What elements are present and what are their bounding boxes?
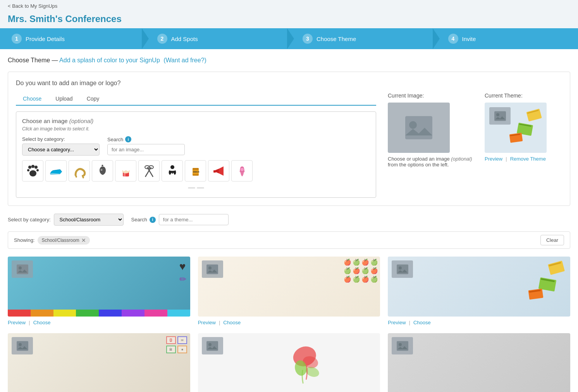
theme-card-2: 🍎 🍏 🍎 🍏 🍏 🍎 🍏 🍎 🍎 🍏 🍎 🍏 [198,257,380,325]
svg-rect-57 [397,341,408,351]
theme-card-3-actions: Preview | Choose [388,320,570,325]
svg-point-1 [31,165,34,168]
svg-rect-29 [526,109,542,122]
theme-selection-section: Select by category: School/Classroom Hol… [8,214,570,392]
current-image-placeholder [388,103,450,153]
add-color-link[interactable]: Add a splash of color to your SignUp [59,57,160,63]
theme-search-label: Search i [131,217,156,223]
current-image-caption: Choose or upload an image (optional) fro… [388,156,473,168]
image-thumb-paw[interactable] [22,160,43,181]
step-2[interactable]: 2 Add Spots [142,28,287,49]
svg-rect-43 [548,261,565,275]
svg-rect-24 [193,174,199,176]
choose-image-panel: Choose an image (optional) Click an imag… [16,111,376,198]
svg-point-26 [240,168,244,171]
theme-1-preview-link[interactable]: Preview [8,320,26,325]
svg-point-40 [208,266,212,269]
image-thumb-megaphone[interactable] [208,160,229,181]
theme-card-2-img[interactable]: 🍎 🍏 🍎 🍏 🍏 🍎 🍏 🍎 🍎 🍏 🍎 🍏 [198,257,380,317]
theme-card-1: ♥ ✏ Preview [8,257,190,325]
svg-rect-22 [193,168,199,170]
theme-2-preview-link[interactable]: Preview [198,320,216,325]
image-search-input[interactable] [107,144,185,155]
svg-rect-27 [405,116,432,139]
svg-point-7 [101,169,102,170]
tab-upload[interactable]: Upload [48,92,79,105]
step-4-label: Invite [462,36,476,42]
image-thumb-lacrosse[interactable] [138,160,160,181]
category-label: Select by category: [22,136,100,142]
steps-bar: 1 Provide Details 2 Add Spots 3 Choose T… [0,28,578,49]
theme-card-6-img[interactable] [388,333,570,392]
theme-2-choose-link[interactable]: Choose [223,320,241,325]
svg-point-4 [36,169,39,171]
current-theme-actions: Preview | Remove Theme [485,156,562,162]
image-thumb-sneaker[interactable] [45,160,67,181]
theme-card-6: Preview | Choose [388,333,570,392]
theme-card-1-img[interactable]: ♥ ✏ [8,257,190,317]
svg-point-38 [19,266,22,269]
search-label: Search i [107,136,185,142]
category-select[interactable]: Choose a category... Animals Sports Scho… [22,144,100,156]
image-logo-section: Do you want to add an image or logo? Cho… [8,72,570,206]
theme-select-label: Select by category: [8,217,51,223]
showing-label: Showing: [14,237,34,243]
showing-bar: Showing: School/Classroom ✕ Clear [8,231,570,249]
image-tabs: Choose Upload Copy [16,92,376,106]
current-image-label: Current Image: [388,92,473,99]
step-4[interactable]: 4 Invite [433,28,578,49]
step-3-num: 3 [303,34,313,44]
theme-search-input[interactable] [159,214,229,225]
theme-grid: ♥ ✏ Preview [8,257,570,392]
ad-free-link[interactable]: (Want ad free?) [163,57,206,63]
choose-theme-header: Choose Theme — Add a splash of color to … [8,57,570,64]
theme-card-5-img[interactable] [198,333,380,392]
image-grid: SNAX [22,160,370,181]
step-3[interactable]: 3 Choose Theme [287,28,433,49]
image-thumb-horse[interactable] [92,160,113,181]
tab-choose[interactable]: Choose [16,92,48,106]
image-thumb-popcorn[interactable] [115,160,136,181]
theme-category-select[interactable]: School/Classroom Holidays Sports Nature … [54,214,124,226]
svg-rect-41 [397,264,408,274]
scroll-indicator: — — [22,183,370,192]
theme-card-3-img[interactable] [388,257,570,317]
search-info-icon: i [125,136,131,142]
tag-remove-icon[interactable]: ✕ [81,237,86,243]
theme-remove-link[interactable]: Remove Theme [510,156,546,162]
image-thumb-ribbon[interactable] [231,160,253,181]
svg-rect-35 [494,111,506,121]
theme-3-choose-link[interactable]: Choose [413,320,431,325]
image-thumb-snacks[interactable]: SNAX [185,160,206,181]
theme-card-1-actions: Preview | Choose [8,320,190,325]
theme-card-2-actions: Preview | Choose [198,320,380,325]
svg-rect-25 [213,170,216,173]
theme-card-4: 📮 ✉ 🏛 ★ Preview | Choose [8,333,190,392]
svg-point-15 [126,168,128,170]
image-thumb-wrestling[interactable] [162,160,183,181]
svg-point-28 [409,121,417,129]
step-1[interactable]: 1 Provide Details [0,28,142,49]
step-1-num: 1 [12,34,22,44]
svg-rect-37 [17,264,28,274]
theme-1-choose-link[interactable]: Choose [33,320,51,325]
svg-point-58 [399,343,402,346]
theme-3-preview-link[interactable]: Preview [388,320,406,325]
step-4-num: 4 [448,34,458,44]
svg-point-0 [28,166,31,169]
svg-point-50 [19,343,22,346]
tab-copy[interactable]: Copy [80,92,107,105]
clear-button[interactable]: Clear [540,235,564,245]
image-thumb-horseshoe[interactable] [69,160,90,181]
theme-card-4-img[interactable]: 📮 ✉ 🏛 ★ [8,333,190,392]
current-theme-preview [485,103,547,153]
theme-card-3: Preview | Choose [388,257,570,325]
svg-point-2 [34,166,38,169]
svg-rect-49 [17,341,28,351]
svg-text:SNAX: SNAX [193,171,200,173]
theme-preview-link[interactable]: Preview [485,156,502,162]
step-3-label: Choose Theme [317,36,356,42]
step-1-label: Provide Details [26,36,65,42]
back-link[interactable]: < Back to My SignUps [0,0,578,12]
svg-point-3 [27,169,29,171]
